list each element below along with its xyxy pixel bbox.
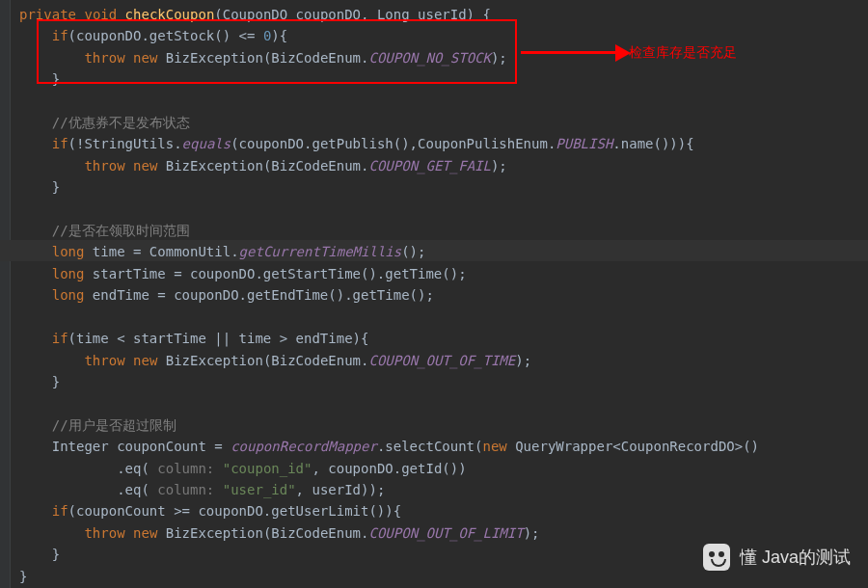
code-line: //优惠券不是发布状态 [19, 115, 190, 130]
code-line: //是否在领取时间范围 [19, 223, 190, 238]
code-line: } [19, 569, 27, 584]
code-line: } [19, 374, 60, 389]
code-line: long time = CommonUtil.getCurrentTimeMil… [19, 244, 425, 259]
code-line: throw new BizException(BizCodeEnum.COUPO… [19, 353, 531, 368]
annotation-arrow [521, 44, 637, 62]
code-line: .eq( column: "coupon_id", couponDO.getId… [19, 461, 467, 476]
code-line: Integer couponCount = couponRecordMapper… [19, 439, 759, 454]
code-line: } [19, 179, 60, 195]
highlight-rectangle [37, 19, 517, 84]
code-editor: private void checkCoupon(CouponDO coupon… [0, 0, 868, 587]
wechat-icon [703, 544, 730, 571]
code-line: long startTime = couponDO.getStartTime()… [19, 266, 467, 281]
code-line: if(time < startTime || time > endTime){ [19, 331, 368, 346]
code-line: long endTime = couponDO.getEndTime().get… [19, 287, 434, 303]
watermark: 懂 Java的测试 [703, 544, 851, 571]
code-line: throw new BizException(BizCodeEnum.COUPO… [19, 525, 540, 541]
code-line: if(!StringUtils.equals(couponDO.getPubli… [19, 136, 694, 151]
code-line: throw new BizException(BizCodeEnum.COUPO… [19, 158, 507, 174]
code-line: //用户是否超过限制 [19, 417, 176, 433]
code-line: if(couponCount >= couponDO.getUserLimit(… [19, 503, 401, 519]
code-line: } [19, 547, 60, 562]
code-line: .eq( column: "user_id", userId)); [19, 482, 385, 497]
watermark-text: 懂 Java的测试 [740, 546, 851, 569]
annotation-text: 检查库存是否充足 [629, 44, 737, 62]
